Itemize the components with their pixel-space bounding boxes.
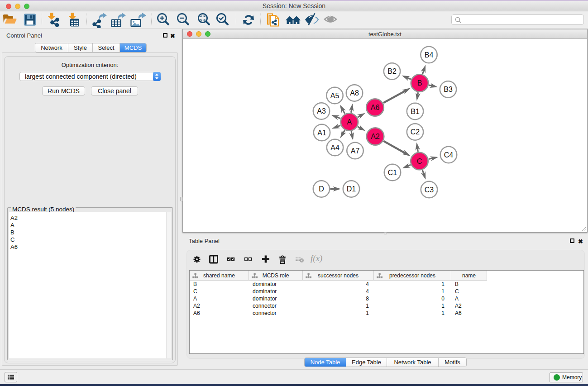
svg-text:A4: A4 — [330, 144, 339, 152]
svg-text:A8: A8 — [350, 89, 359, 97]
svg-text:C3: C3 — [425, 186, 434, 194]
svg-text:B: B — [417, 79, 422, 87]
svg-text:A7: A7 — [351, 147, 360, 155]
svg-text:C1: C1 — [388, 169, 397, 176]
svg-text:A5: A5 — [330, 92, 339, 100]
svg-text:C4: C4 — [444, 151, 454, 159]
svg-text:C: C — [417, 157, 422, 165]
svg-text:C2: C2 — [411, 128, 420, 136]
svg-text:B4: B4 — [425, 51, 434, 59]
svg-text:D: D — [319, 185, 324, 193]
svg-text:A6: A6 — [371, 104, 380, 111]
svg-text:B3: B3 — [444, 86, 453, 93]
svg-text:D1: D1 — [347, 185, 356, 193]
svg-text:A: A — [347, 118, 352, 126]
svg-text:A1: A1 — [317, 129, 326, 137]
svg-text:B1: B1 — [411, 108, 420, 115]
svg-text:A3: A3 — [317, 107, 326, 115]
svg-text:B2: B2 — [387, 67, 397, 75]
svg-text:A2: A2 — [371, 133, 380, 140]
